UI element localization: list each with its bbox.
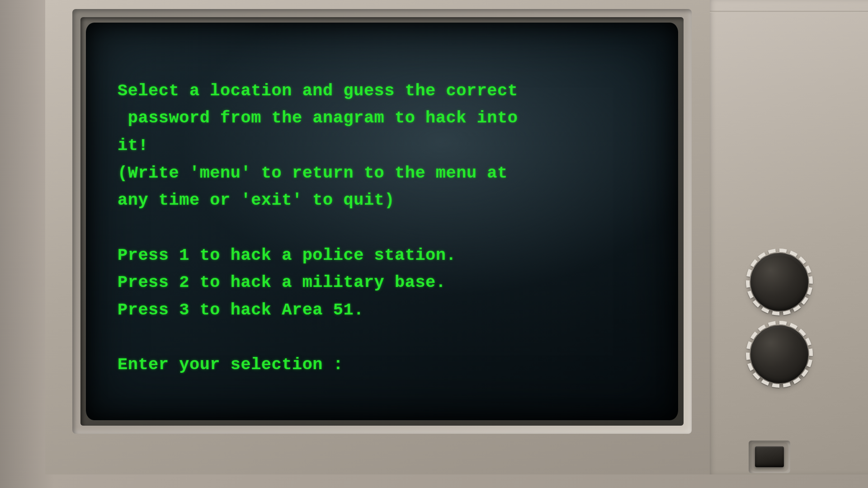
input-prompt[interactable]: Enter your selection : bbox=[118, 351, 656, 379]
instruction-line: (Write 'menu' to return to the menu at bbox=[118, 160, 656, 187]
dial-knob-top[interactable] bbox=[750, 253, 808, 311]
power-button[interactable] bbox=[755, 446, 784, 467]
instruction-line: Select a location and guess the correct bbox=[118, 77, 656, 105]
menu-option-1: Press 1 to hack a police station. bbox=[118, 242, 656, 269]
dial-knob-bottom[interactable] bbox=[750, 325, 808, 383]
crt-monitor-frame: Select a location and guess the correct … bbox=[45, 0, 868, 474]
instruction-line: it! bbox=[118, 132, 656, 160]
menu-option-3: Press 3 to hack Area 51. bbox=[118, 296, 656, 324]
blank-line bbox=[118, 214, 656, 242]
terminal-output: Select a location and guess the correct … bbox=[118, 50, 656, 420]
screen-bezel-inner: Select a location and guess the correct … bbox=[80, 17, 684, 426]
monitor-side-panel bbox=[710, 0, 868, 474]
panel-divider bbox=[710, 11, 868, 13]
screen-bezel-outer: Select a location and guess the correct … bbox=[72, 9, 692, 434]
blank-line bbox=[118, 324, 656, 352]
crt-screen[interactable]: Select a location and guess the correct … bbox=[86, 23, 678, 420]
instruction-line: any time or 'exit' to quit) bbox=[118, 187, 656, 214]
menu-option-2: Press 2 to hack a military base. bbox=[118, 269, 656, 296]
instruction-line: password from the anagram to hack into bbox=[118, 104, 656, 132]
